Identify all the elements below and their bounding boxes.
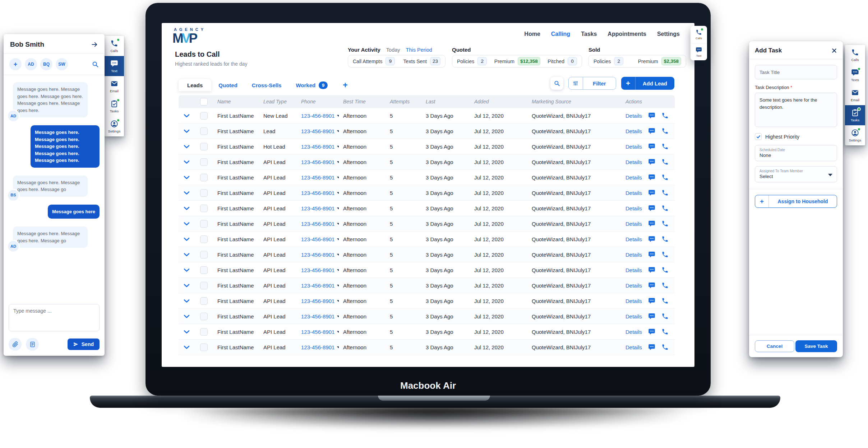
- row-checkbox[interactable]: [200, 313, 208, 320]
- tab[interactable]: Cross-Sells: [245, 79, 289, 91]
- phone-link[interactable]: 123-456-8901: [301, 174, 334, 181]
- message-icon[interactable]: [648, 220, 655, 227]
- details-link[interactable]: Details: [625, 205, 642, 211]
- call-icon[interactable]: [661, 205, 669, 212]
- row-checkbox[interactable]: [200, 235, 208, 243]
- expand-chevron-icon[interactable]: [184, 114, 190, 118]
- toolbar-item[interactable]: Calls: [105, 36, 124, 56]
- details-link[interactable]: Details: [625, 159, 642, 165]
- contact-avatar[interactable]: AD: [25, 58, 37, 70]
- message-icon[interactable]: [648, 112, 655, 119]
- toolbar-item[interactable]: Calls: [691, 26, 707, 43]
- row-checkbox[interactable]: [200, 189, 208, 197]
- contact-avatar[interactable]: SW: [56, 58, 68, 70]
- toolbar-item[interactable]: Texts: [845, 65, 865, 85]
- send-button[interactable]: Send: [68, 339, 100, 350]
- toolbar-item[interactable]: Text: [691, 43, 707, 60]
- message-icon[interactable]: [648, 174, 655, 181]
- phone-link[interactable]: 123-456-8901: [301, 144, 334, 150]
- message-icon[interactable]: [648, 127, 655, 135]
- toolbar-item[interactable]: Email: [105, 76, 124, 96]
- phone-link[interactable]: 123-456-8901: [301, 344, 334, 350]
- toolbar-item[interactable]: Email: [845, 85, 865, 105]
- row-checkbox[interactable]: [200, 344, 208, 351]
- activity-toggle-this-period[interactable]: This Period: [406, 47, 432, 53]
- nav-item[interactable]: Settings: [657, 31, 680, 37]
- details-link[interactable]: Details: [625, 267, 642, 273]
- row-checkbox[interactable]: [200, 251, 208, 258]
- add-lead-button[interactable]: + Add Lead: [621, 77, 674, 90]
- phone-link[interactable]: 123-456-8901: [301, 190, 334, 196]
- toolbar-item[interactable]: Calls: [845, 45, 865, 65]
- call-icon[interactable]: [661, 328, 669, 335]
- toolbar-item[interactable]: Settings: [105, 116, 124, 136]
- message-icon[interactable]: [648, 143, 655, 150]
- row-checkbox[interactable]: [200, 112, 208, 120]
- phone-link[interactable]: 123-456-8901: [301, 221, 334, 227]
- expand-chevron-icon[interactable]: [184, 191, 190, 195]
- filter-button[interactable]: Filter: [568, 77, 616, 90]
- expand-chevron-icon[interactable]: [184, 206, 190, 210]
- message-icon[interactable]: [648, 328, 655, 335]
- message-icon[interactable]: [648, 189, 655, 196]
- message-icon[interactable]: [648, 344, 655, 351]
- expand-chevron-icon[interactable]: [184, 330, 190, 334]
- call-icon[interactable]: [661, 313, 669, 320]
- phone-link[interactable]: 123-456-8901: [301, 252, 334, 258]
- expand-chevron-icon[interactable]: [184, 299, 190, 303]
- row-checkbox[interactable]: [200, 220, 208, 228]
- details-link[interactable]: Details: [625, 144, 642, 150]
- message-icon[interactable]: [648, 266, 655, 274]
- chat-search-icon[interactable]: [92, 61, 99, 68]
- expand-chevron-icon[interactable]: [184, 345, 190, 349]
- tab[interactable]: Worked 9: [288, 79, 335, 91]
- call-icon[interactable]: [661, 220, 669, 227]
- template-button[interactable]: [26, 338, 39, 351]
- row-checkbox[interactable]: [200, 127, 208, 135]
- call-icon[interactable]: [661, 235, 669, 243]
- row-checkbox[interactable]: [200, 205, 208, 212]
- call-icon[interactable]: [661, 174, 669, 181]
- call-icon[interactable]: [661, 158, 669, 165]
- message-icon[interactable]: [648, 235, 655, 243]
- search-button[interactable]: [550, 77, 563, 90]
- message-icon[interactable]: [648, 313, 655, 320]
- toolbar-item[interactable]: Tasks: [105, 96, 124, 116]
- row-checkbox[interactable]: [200, 282, 208, 289]
- phone-link[interactable]: 123-456-8901: [301, 128, 334, 134]
- assignee-select[interactable]: Assigned To Team Member Select: [755, 166, 837, 182]
- call-icon[interactable]: [661, 143, 669, 150]
- row-checkbox[interactable]: [200, 328, 208, 336]
- nav-item[interactable]: Home: [524, 31, 540, 37]
- message-icon[interactable]: [648, 297, 655, 304]
- phone-link[interactable]: 123-456-8901: [301, 329, 334, 335]
- row-checkbox[interactable]: [200, 158, 208, 166]
- attachment-button[interactable]: [9, 338, 22, 351]
- call-icon[interactable]: [661, 297, 669, 304]
- call-icon[interactable]: [661, 251, 669, 258]
- toolbar-item[interactable]: Text: [105, 56, 124, 76]
- call-icon[interactable]: [661, 282, 669, 289]
- task-description-input[interactable]: Some text goes here for the description.: [755, 93, 837, 127]
- expand-chevron-icon[interactable]: [184, 237, 190, 241]
- call-icon[interactable]: [661, 127, 669, 135]
- details-link[interactable]: Details: [625, 329, 642, 335]
- expand-chevron-icon[interactable]: [184, 160, 190, 164]
- phone-link[interactable]: 123-456-8901: [301, 313, 334, 319]
- cancel-button[interactable]: Cancel: [755, 340, 794, 352]
- phone-link[interactable]: 123-456-8901: [301, 298, 334, 304]
- nav-item[interactable]: Tasks: [581, 31, 597, 37]
- message-icon[interactable]: [648, 282, 655, 289]
- add-tab-button[interactable]: +: [343, 81, 347, 89]
- call-icon[interactable]: [661, 189, 669, 196]
- details-link[interactable]: Details: [625, 221, 642, 227]
- call-icon[interactable]: [661, 266, 669, 274]
- row-checkbox[interactable]: [200, 266, 208, 274]
- activity-toggle-today[interactable]: Today: [386, 47, 400, 53]
- details-link[interactable]: Details: [625, 190, 642, 196]
- details-link[interactable]: Details: [625, 236, 642, 242]
- phone-link[interactable]: 123-456-8901: [301, 283, 334, 289]
- call-icon[interactable]: [661, 112, 669, 119]
- details-link[interactable]: Details: [625, 113, 642, 119]
- tab[interactable]: Leads: [179, 79, 211, 91]
